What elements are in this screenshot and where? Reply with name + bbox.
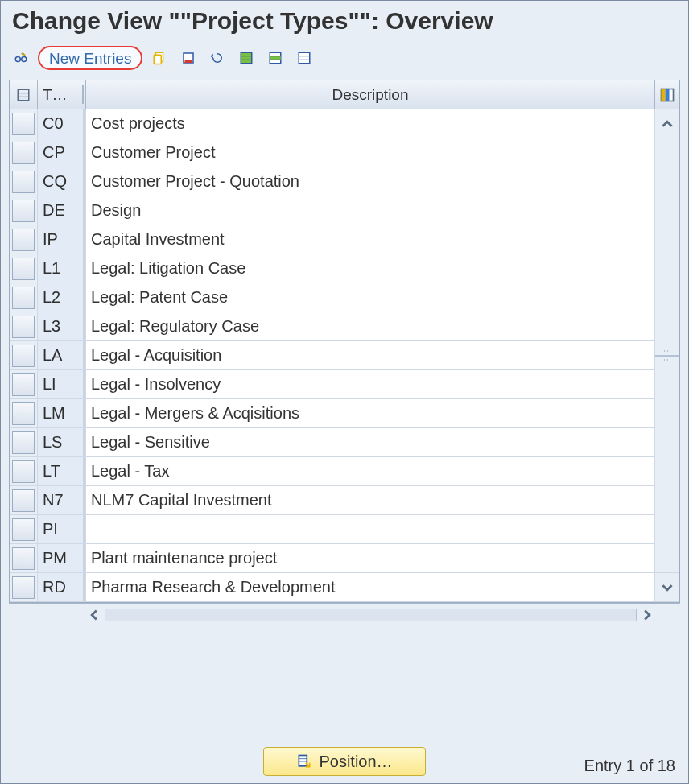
type-code-cell[interactable]: LS <box>38 428 86 457</box>
svg-rect-12 <box>662 89 666 101</box>
select-block-icon <box>268 49 283 67</box>
toggle-display-change-button[interactable] <box>9 46 33 70</box>
horizontal-scrollbar[interactable] <box>9 603 680 625</box>
row-select-button[interactable] <box>12 489 35 512</box>
copy-icon <box>152 49 167 67</box>
type-code-cell[interactable]: LA <box>38 341 86 370</box>
type-code-cell[interactable]: L2 <box>38 283 86 312</box>
description-cell[interactable]: Legal - Sensitive <box>86 428 655 457</box>
row-selector[interactable] <box>10 283 38 312</box>
row-selector[interactable] <box>10 167 38 196</box>
svg-point-0 <box>15 57 20 62</box>
svg-rect-9 <box>299 52 311 64</box>
svg-rect-3 <box>155 55 162 64</box>
delete-icon <box>181 49 196 67</box>
select-all-button[interactable] <box>234 46 258 70</box>
type-code-cell[interactable]: C0 <box>38 109 86 138</box>
row-selector[interactable] <box>10 515 38 544</box>
type-code-cell[interactable]: RD <box>38 573 86 602</box>
description-cell[interactable]: Cost projects <box>86 109 655 138</box>
type-code-cell[interactable]: PI <box>38 515 86 544</box>
row-select-button[interactable] <box>12 229 35 251</box>
scroll-up-button[interactable] <box>655 109 679 138</box>
description-cell[interactable] <box>86 515 655 544</box>
row-select-button[interactable] <box>12 373 35 396</box>
undo-change-button[interactable] <box>205 46 229 70</box>
row-selector[interactable] <box>10 341 38 370</box>
description-cell[interactable]: Pharma Research & Development <box>86 573 655 602</box>
copy-as-button[interactable] <box>147 46 171 70</box>
vertical-scroll-track[interactable]: ⋮⋮ <box>655 138 679 573</box>
row-selector[interactable] <box>10 312 38 341</box>
scroll-down-button[interactable] <box>655 573 679 602</box>
row-selector[interactable] <box>10 196 38 225</box>
row-select-button[interactable] <box>12 431 35 454</box>
type-code-cell[interactable]: IP <box>38 225 86 254</box>
row-selector[interactable] <box>10 399 38 428</box>
new-entries-button[interactable]: New Entries <box>38 46 142 70</box>
type-code-cell[interactable]: LT <box>38 457 86 486</box>
row-select-button[interactable] <box>12 402 35 425</box>
row-selector[interactable] <box>10 573 38 602</box>
description-cell[interactable]: Design <box>86 196 655 225</box>
description-cell[interactable]: Legal: Regulatory Case <box>86 312 655 341</box>
row-selector[interactable] <box>10 109 38 138</box>
row-select-button[interactable] <box>12 316 35 338</box>
description-cell[interactable]: Legal - Tax <box>86 457 655 486</box>
row-selector[interactable] <box>10 370 38 399</box>
row-select-button[interactable] <box>12 258 35 280</box>
column-header-description[interactable]: Description <box>86 80 655 109</box>
row-select-button[interactable] <box>12 142 35 164</box>
type-code-cell[interactable]: L1 <box>38 254 86 283</box>
delete-button[interactable] <box>176 46 200 70</box>
description-cell[interactable]: Plant maintenance project <box>86 544 655 573</box>
deselect-all-button[interactable] <box>292 46 316 70</box>
type-code-cell[interactable]: LM <box>38 399 86 428</box>
row-selector[interactable] <box>10 138 38 167</box>
row-select-button[interactable] <box>12 518 35 541</box>
scroll-right-icon[interactable] <box>642 609 653 621</box>
type-code-cell[interactable]: CP <box>38 138 86 167</box>
select-all-rows-header[interactable] <box>10 80 38 109</box>
description-cell[interactable]: Capital Investment <box>86 225 655 254</box>
description-cell[interactable]: NLM7 Capital Investment <box>86 486 655 515</box>
row-select-button[interactable] <box>12 576 35 599</box>
row-select-button[interactable] <box>12 345 35 367</box>
row-selector[interactable] <box>10 457 38 486</box>
type-code-cell[interactable]: PM <box>38 544 86 573</box>
type-code-cell[interactable]: L3 <box>38 312 86 341</box>
row-selector[interactable] <box>10 544 38 573</box>
row-select-button[interactable] <box>12 547 35 570</box>
table-settings-header[interactable] <box>655 80 679 109</box>
row-select-button[interactable] <box>12 113 35 135</box>
description-cell[interactable]: Customer Project <box>86 138 655 167</box>
type-code-cell[interactable]: DE <box>38 196 86 225</box>
description-cell[interactable]: Legal: Litigation Case <box>86 254 655 283</box>
row-selector[interactable] <box>10 486 38 515</box>
description-cell[interactable]: Legal - Mergers & Acqisitions <box>86 399 655 428</box>
description-cell[interactable]: Legal: Patent Case <box>86 283 655 312</box>
svg-rect-6 <box>241 52 253 64</box>
select-block-button[interactable] <box>263 46 287 70</box>
description-cell[interactable]: Customer Project - Quotation <box>86 167 655 196</box>
position-label: Position… <box>319 753 392 771</box>
row-selector[interactable] <box>10 225 38 254</box>
type-code-cell[interactable]: CQ <box>38 167 86 196</box>
description-cell[interactable]: Legal - Insolvency <box>86 370 655 399</box>
row-select-button[interactable] <box>12 200 35 222</box>
column-header-type[interactable]: T… <box>38 80 86 109</box>
type-code-cell[interactable]: N7 <box>38 486 86 515</box>
row-select-button[interactable] <box>12 287 35 309</box>
description-cell[interactable]: Legal - Acquisition <box>86 341 655 370</box>
row-select-button[interactable] <box>12 460 35 483</box>
svg-rect-8 <box>270 56 282 60</box>
row-select-button[interactable] <box>12 171 35 193</box>
row-selector[interactable] <box>10 428 38 457</box>
position-icon <box>296 753 312 770</box>
new-entries-label: New Entries <box>49 51 131 66</box>
scroll-track[interactable] <box>105 609 637 621</box>
position-button[interactable]: Position… <box>263 747 425 776</box>
row-selector[interactable] <box>10 254 38 283</box>
type-code-cell[interactable]: LI <box>38 370 86 399</box>
scroll-left-icon[interactable] <box>89 609 100 621</box>
